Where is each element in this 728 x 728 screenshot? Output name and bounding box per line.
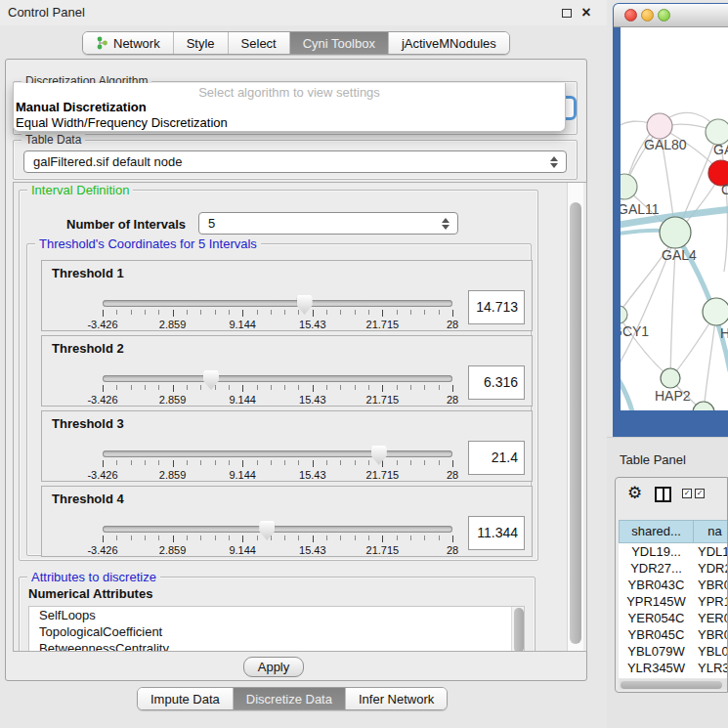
- tab-cyni-toolbox[interactable]: Cyni Toolbox: [290, 32, 389, 54]
- list-scrollbar[interactable]: [511, 607, 524, 652]
- threshold-2-slider[interactable]: -3.4262.8599.14415.4321.71528: [103, 371, 452, 407]
- tab-infer-network[interactable]: Infer Network: [346, 688, 447, 709]
- chevron-updown-icon: [550, 156, 558, 168]
- tick-label: 15.43: [299, 394, 326, 406]
- slider-track[interactable]: [103, 300, 452, 307]
- minimize-traffic-light-icon[interactable]: [641, 9, 654, 21]
- tab-network-label: Network: [113, 36, 160, 51]
- settings-scroll-area: Interval Definition Number of Intervals …: [13, 182, 587, 652]
- algorithm-option-equal-width[interactable]: Equal Width/Frequency Discretization: [16, 115, 228, 130]
- tab-network[interactable]: Network: [83, 32, 174, 54]
- tick-label: 9.144: [229, 319, 256, 330]
- slider-track[interactable]: [103, 450, 452, 457]
- threshold-4-label: Threshold 4: [52, 492, 124, 506]
- tick-label: -3.426: [87, 319, 117, 330]
- numerical-attributes-label: Numerical Attributes: [28, 586, 152, 601]
- tick-label: 9.144: [229, 394, 256, 406]
- algorithm-option-manual[interactable]: Manual Discretization: [16, 100, 147, 114]
- node-label: GAL4: [662, 247, 697, 263]
- network-node[interactable]: [660, 217, 691, 248]
- zoom-traffic-light-icon[interactable]: [658, 9, 670, 21]
- table-horizontal-scrollbar[interactable]: [619, 679, 728, 690]
- threshold-3-value-field[interactable]: 21.4: [468, 441, 525, 475]
- node-label: GA: [713, 142, 728, 157]
- network-node[interactable]: [647, 113, 672, 139]
- node-label: H: [720, 325, 728, 341]
- threshold-2-value-field[interactable]: 6.316: [468, 365, 525, 400]
- table-panel-area: Table Panel ⚙ ✓ ✓ shared... na YDL19...Y…: [607, 437, 728, 728]
- checkbox-icon[interactable]: ✓: [682, 489, 692, 498]
- apply-button[interactable]: Apply: [243, 657, 304, 677]
- scrollbar-thumb[interactable]: [514, 608, 524, 652]
- table-row[interactable]: YDR27...YDR2: [619, 560, 728, 577]
- network-node[interactable]: [693, 402, 714, 410]
- attributes-group: Attributes to discretize Numerical Attri…: [19, 577, 535, 652]
- table-panel-title: Table Panel: [620, 452, 686, 467]
- number-of-intervals-label: Number of Intervals: [66, 217, 186, 232]
- table-row[interactable]: YDL19...YDL1: [619, 543, 728, 560]
- scrollbar-thumb[interactable]: [621, 681, 722, 689]
- slider-ticks: -3.4262.8599.14415.4321.71528: [103, 535, 452, 557]
- table-row[interactable]: YER054CYER0: [619, 610, 728, 626]
- network-node[interactable]: [703, 298, 728, 325]
- tab-discretize-data[interactable]: Discretize Data: [234, 688, 346, 709]
- list-item[interactable]: SelfLoops: [29, 607, 524, 623]
- list-item[interactable]: BetweennessCentrality: [29, 640, 524, 652]
- tick-label: 9.144: [229, 469, 256, 481]
- table-row[interactable]: YBR045CYBR0: [619, 626, 728, 643]
- slider-track[interactable]: [103, 526, 452, 533]
- tick-label: 9.144: [229, 544, 256, 556]
- checkbox-icon[interactable]: ✓: [695, 489, 705, 498]
- gear-icon[interactable]: ⚙: [627, 483, 642, 504]
- slider-track[interactable]: [103, 375, 452, 382]
- tab-select[interactable]: Select: [229, 32, 290, 54]
- threshold-4-panel: Threshold 4 -3.4262.8599.14415.4321.7152…: [41, 486, 533, 557]
- split-view-icon[interactable]: [655, 487, 671, 502]
- table-row[interactable]: YBR043CYBR0: [619, 577, 728, 593]
- threshold-4-value-field[interactable]: 11.344: [468, 516, 525, 550]
- table-row[interactable]: YPR145WYPR1: [619, 593, 728, 610]
- algorithm-dropdown-popup: Select algorithm to view settings Manual…: [13, 83, 566, 132]
- settings-vertical-scrollbar[interactable]: [567, 183, 583, 651]
- table-row[interactable]: YBL079WYBL0: [619, 643, 728, 660]
- network-canvas[interactable]: GAL80GACGAL11GAL4GCY1HHAP2: [621, 27, 728, 410]
- threshold-3-slider[interactable]: -3.4262.8599.14415.4321.71528: [103, 447, 452, 482]
- network-node[interactable]: [661, 368, 680, 388]
- threshold-3-label: Threshold 3: [52, 416, 124, 431]
- table-row[interactable]: YIL052CYIL0: [619, 676, 728, 678]
- close-icon[interactable]: ×: [578, 2, 594, 23]
- threshold-1-value-field[interactable]: 14.713: [468, 290, 525, 324]
- top-tab-bar: Network Style Select Cyni Toolbox jActiv…: [82, 31, 510, 55]
- table-data-label: Table Data: [21, 133, 85, 147]
- network-node[interactable]: [621, 306, 627, 323]
- network-window-titlebar: [614, 4, 728, 27]
- tick-label: 2.859: [159, 544, 187, 556]
- node-label: C: [721, 182, 728, 197]
- slider-ticks: -3.4262.8599.14415.4321.71528: [103, 460, 452, 482]
- close-traffic-light-icon[interactable]: [624, 9, 637, 21]
- list-item[interactable]: TopologicalCoefficient: [29, 623, 524, 640]
- column-header-name[interactable]: na: [694, 520, 728, 543]
- column-header-shared-name[interactable]: shared...: [619, 520, 694, 543]
- chevron-updown-icon: [442, 218, 450, 230]
- table-data-select[interactable]: galFiltered.sif default node: [23, 150, 567, 173]
- tick-label: -3.426: [87, 544, 117, 556]
- tab-jactivemnodules[interactable]: jActiveMNodules: [389, 32, 509, 54]
- tab-impute-data[interactable]: Impute Data: [138, 688, 234, 709]
- interval-definition-label: Interval Definition: [27, 183, 133, 197]
- attributes-group-label: Attributes to discretize: [27, 570, 160, 584]
- tab-style[interactable]: Style: [174, 32, 229, 54]
- slider-ticks: -3.4262.8599.14415.4321.71528: [103, 385, 452, 407]
- number-of-intervals-select[interactable]: 5: [198, 212, 458, 235]
- threshold-4-slider[interactable]: -3.4262.8599.14415.4321.71528: [103, 522, 452, 557]
- threshold-1-slider[interactable]: -3.4262.8599.14415.4321.71528: [103, 296, 452, 331]
- node-label: GCY1: [621, 323, 649, 339]
- tick-label: 28: [447, 544, 458, 556]
- table-rows: YDL19...YDL1YDR27...YDR2YBR043CYBR0YPR14…: [619, 543, 728, 678]
- tick-label: 2.859: [159, 394, 187, 406]
- float-window-icon[interactable]: [562, 9, 572, 18]
- scrollbar-thumb[interactable]: [570, 202, 581, 644]
- threshold-coordinates-group: Threshold's Coordinates for 5 Intervals …: [26, 243, 532, 556]
- table-row[interactable]: YLR345WYLR3: [619, 660, 728, 676]
- tick-label: 2.859: [159, 319, 187, 330]
